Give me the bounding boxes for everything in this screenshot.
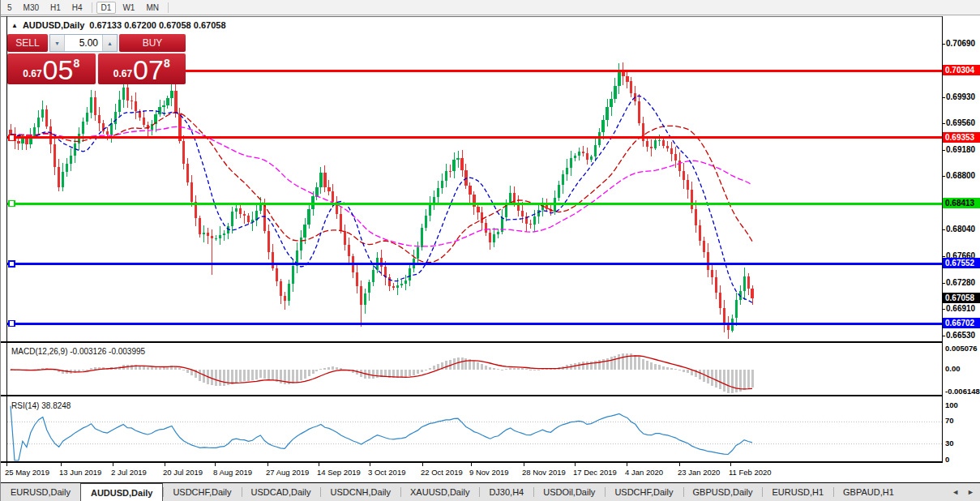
date-tick xyxy=(61,463,62,466)
timeframe-button-m30[interactable]: M30 xyxy=(19,2,44,14)
tab-scroll-left-icon[interactable]: ◄ xyxy=(952,488,959,496)
moving-average-48[interactable] xyxy=(11,126,752,246)
date-axis-label: 11 Feb 2020 xyxy=(729,468,772,477)
timeframe-button-h1[interactable]: H1 xyxy=(45,2,66,14)
line-handle[interactable] xyxy=(9,261,15,267)
bid-price-big-digits: 05 xyxy=(43,56,74,84)
date-tick xyxy=(627,463,627,466)
date-tick xyxy=(524,463,524,466)
support-line-price-label: 0.68413 xyxy=(943,198,980,208)
indicator-axis-label: -0.006148 xyxy=(945,387,980,396)
resistance-line-price-label: 0.69353 xyxy=(943,132,980,143)
bid-price-pipette: 8 xyxy=(73,57,79,70)
chart-tab-usdchf-daily[interactable]: USDCHF,Daily xyxy=(605,483,683,501)
timeframe-button-5[interactable]: 5 xyxy=(2,2,17,14)
volume-decrease-icon[interactable]: ▼ xyxy=(50,35,65,51)
price-axis-label: 0.68800 xyxy=(946,171,975,180)
price-axis-label: 0.68040 xyxy=(946,225,975,233)
indicator-axis-label: 100 xyxy=(945,400,958,409)
date-axis-label: 9 Nov 2019 xyxy=(469,468,509,477)
chart-tab-audusd-daily[interactable]: AUDUSD,Daily xyxy=(80,483,163,501)
timeframe-button-h4[interactable]: H4 xyxy=(67,2,88,14)
price-axis-label: 0.69180 xyxy=(946,145,975,154)
chart-tab-eurusd-h1[interactable]: EURUSD,H1 xyxy=(762,483,833,501)
axis-tick xyxy=(942,256,945,257)
macd-indicator-panel[interactable] xyxy=(7,345,942,395)
resistance-line-price-label: 0.70304 xyxy=(943,65,980,75)
support-line-price-label: 0.66702 xyxy=(943,318,980,328)
date-axis-label: 14 Sep 2019 xyxy=(317,468,361,477)
date-axis-label: 3 Oct 2019 xyxy=(368,468,405,477)
chart-tab-gbpusd-daily[interactable]: GBPUSD,Daily xyxy=(683,483,763,501)
bid-price-button[interactable]: 0.67 05 8 xyxy=(7,54,96,84)
line-handle[interactable] xyxy=(9,321,15,327)
chart-symbol-label: AUDUSD,Daily xyxy=(23,20,84,30)
chart-tab-xauusd-daily[interactable]: XAUUSD,Daily xyxy=(400,483,479,501)
date-axis-label: 20 Jul 2019 xyxy=(163,468,203,477)
ask-price-prefix: 0.67 xyxy=(113,68,132,79)
chart-tab-gbpaud-h1[interactable]: GBPAUD,H1 xyxy=(833,483,904,501)
buy-button[interactable]: BUY xyxy=(119,34,186,52)
moving-average-24[interactable] xyxy=(11,113,752,263)
date-axis-label: 8 Aug 2019 xyxy=(213,468,252,477)
axis-tick xyxy=(942,150,945,151)
timeframe-toolbar: 5M30H1H4D1W1MN xyxy=(1,0,980,15)
axis-tick xyxy=(942,123,945,124)
price-axis[interactable]: 0.70690 0.69930 0.69560 0.69180 0.68800 … xyxy=(943,16,980,463)
date-tick xyxy=(471,463,472,466)
chart-tab-usdcad-daily[interactable]: USDCAD,Daily xyxy=(242,483,321,501)
price-axis-label: 0.69560 xyxy=(946,118,975,127)
date-tick xyxy=(319,463,319,466)
date-tick xyxy=(370,463,370,466)
date-axis-label: 13 Jun 2019 xyxy=(59,468,101,477)
date-axis-label: 4 Jan 2020 xyxy=(625,468,663,477)
chart-tab-usdcnh-daily[interactable]: USDCNH,Daily xyxy=(320,483,400,501)
chart-tab-dj30-h4[interactable]: DJ30,H4 xyxy=(479,483,533,501)
chart-title: ▲ AUDUSD,Daily 0.67133 0.67200 0.67058 0… xyxy=(11,20,226,30)
axis-tick xyxy=(942,309,945,310)
date-axis-label: 28 Nov 2019 xyxy=(522,468,566,477)
sell-button[interactable]: SELL xyxy=(7,34,48,52)
date-axis-label: 27 Aug 2019 xyxy=(266,468,309,477)
price-axis-label: 0.67280 xyxy=(946,278,975,287)
rsi-label: RSI(14) 38.8248 xyxy=(11,401,71,410)
date-tick xyxy=(575,463,576,466)
toolbar-separator xyxy=(92,2,92,13)
rsi-indicator-panel[interactable] xyxy=(7,396,942,461)
tab-scroll-right-icon[interactable]: ► xyxy=(967,488,974,496)
timeframe-button-w1[interactable]: W1 xyxy=(118,2,139,14)
date-axis-label: 25 May 2019 xyxy=(5,468,49,477)
price-axis-label: 0.69930 xyxy=(946,92,975,101)
date-axis-label: 22 Oct 2019 xyxy=(421,468,463,477)
axis-tick xyxy=(942,44,945,45)
toolbar-separator xyxy=(168,2,169,13)
chart-tab-usdoil-daily[interactable]: USDOil,Daily xyxy=(533,483,605,501)
line-handle[interactable] xyxy=(9,135,15,140)
support-line-price-label: 0.67552 xyxy=(943,258,980,268)
axis-tick xyxy=(942,229,945,230)
chart-tab-usdchf-daily[interactable]: USDCHF,Daily xyxy=(163,483,241,501)
volume-increase-icon[interactable]: ▲ xyxy=(102,35,117,51)
date-axis-label: 2 Jul 2019 xyxy=(111,468,147,477)
volume-spinner: ▼ 5.00 ▲ xyxy=(49,34,118,52)
date-axis[interactable]: 25 May 2019 13 Jun 2019 2 Jul 2019 20 Ju… xyxy=(1,463,942,482)
axis-tick xyxy=(942,336,945,336)
date-axis-label: 23 Jan 2020 xyxy=(678,468,720,477)
chart-ohlc-values: 0.67133 0.67200 0.67058 0.67058 xyxy=(89,20,225,30)
chart-tabs-bar: EURUSD,DailyAUDUSD,DailyUSDCHF,DailyUSDC… xyxy=(1,483,980,501)
date-tick xyxy=(165,463,165,466)
indicator-axis-label: 0.00 xyxy=(945,364,961,373)
volume-input[interactable]: 5.00 xyxy=(65,35,102,51)
price-axis-label: 0.66910 xyxy=(946,304,975,313)
timeframe-button-d1[interactable]: D1 xyxy=(96,2,117,14)
tab-navigation: ◄ ► xyxy=(945,483,980,501)
indicator-axis-label: 70 xyxy=(945,416,954,425)
timeframe-button-mn[interactable]: MN xyxy=(141,2,164,14)
main-panel-divider[interactable] xyxy=(1,341,943,343)
date-tick xyxy=(422,463,423,466)
axis-tick xyxy=(942,97,945,98)
chart-tab-eurusd-daily[interactable]: EURUSD,Daily xyxy=(1,483,80,501)
ask-price-button[interactable]: 0.67 07 8 xyxy=(98,54,186,84)
line-handle[interactable] xyxy=(9,201,15,207)
collapse-triangle-icon[interactable]: ▲ xyxy=(11,22,18,29)
